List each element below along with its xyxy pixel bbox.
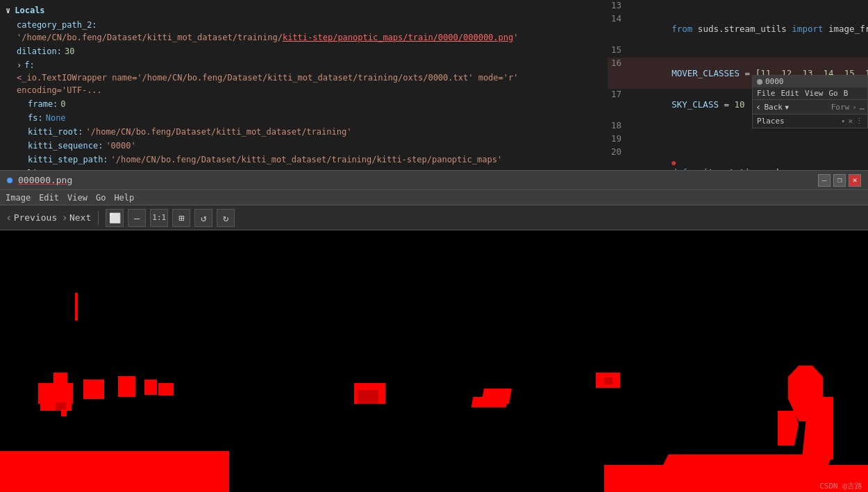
places-label: Places [757,117,838,126]
debug-row-dilation: dilation: 30 [6,44,602,58]
debug-row-kitti-root: kitti_root: '/home/CN/bo.feng/Dataset/ki… [6,125,602,139]
prev-label: Previous [14,212,58,223]
line-num-20: 20 [610,146,630,157]
file-popup: 0000 File Edit View Go B ‹ Back ▾ Forw ›… [752,75,868,128]
key-dilation: dilation: [17,45,62,58]
key-kitti-root: kitti_root: [28,126,83,138]
fwd-label: Forw [831,103,850,112]
file-popup-titlebar: 0000 [753,76,867,87]
key-frame: frame: [28,98,58,110]
menu-file[interactable]: File [757,89,776,98]
line-num-15: 15 [610,44,630,55]
red-shape-center-2 [358,390,378,404]
viewer-maximize-btn[interactable]: ❒ [833,174,846,187]
prev-btn[interactable]: ‹ Previous [6,211,57,224]
viewer-titlebar: 000000.png — ❒ ✕ [0,171,868,190]
red-shape-small-1 [61,409,67,416]
nav-left-arrow: ‹ [756,101,761,112]
line-num-18: 18 [610,120,630,130]
fit-page-icon: ⬜ [109,212,121,223]
code-content-14: from suds.stream_utils import image_from… [630,13,868,44]
rotate-ccw-btn[interactable]: ↺ [194,209,212,227]
debug-row-f: › f: <_io.TextIOWrapper name='/home/CN/b… [6,58,602,97]
fit-page-btn[interactable]: ⬜ [106,209,124,227]
key-fs: fs: [28,112,43,124]
rotate-cw-btn[interactable]: ↻ [217,209,235,227]
viewer-minimize-btn[interactable]: — [818,174,831,187]
code-line-19: 19 [608,133,868,146]
red-shape-6 [144,380,157,395]
maximize-icon: ❒ [837,176,842,185]
nav-fwd-btn[interactable]: Forw [831,103,850,112]
nav-fwd-dots: … [860,102,865,112]
next-label: Next [69,212,91,223]
red-shape-bottom-right-2 [660,455,833,472]
red-shape-top-bar [75,293,78,321]
watermark: CSDN @古路 [819,481,862,491]
back-label: Back [764,103,783,112]
menu-go[interactable]: Go [829,89,838,98]
val-f: <_io.TextIOWrapper name='/home/CN/bo.fen… [17,71,591,96]
menu-edit-viewer[interactable]: Edit [39,193,59,203]
line-num-17: 17 [610,89,630,99]
viewer-close-btn[interactable]: ✕ [849,174,861,187]
red-shape-2 [53,373,67,383]
expand-arrow[interactable]: ∨ [6,4,10,17]
val-dilation: 30 [65,45,74,58]
red-shape-fr-small [604,378,612,384]
rotate-cw-icon: ↻ [223,212,228,223]
debug-panel: ∨ Locals category_path_2: '/home/CN/bo.f… [0,0,608,170]
places-row: Places ▾ ✕ ⋮ [753,114,867,128]
red-shape-7 [158,383,174,396]
code-line-20: 20 ● def write_static_masks [608,146,868,170]
code-line-14: 14 from suds.stream_utils import image_f… [608,13,868,44]
nav-back-dropdown[interactable]: ▾ [784,101,790,112]
red-shape-rc-2 [471,397,508,407]
menu-image[interactable]: Image [6,193,31,203]
places-close-btn[interactable]: ✕ [848,117,853,126]
val-kitti-step: '/home/CN/bo.feng/Dataset/kitti_mot_data… [111,153,503,166]
code-line-13: 13 [608,0,868,13]
zoom-orig-btn[interactable]: 1:1 [150,209,168,227]
code-content-20: ● def write_static_masks [630,146,787,170]
val-frame: 0 [60,98,65,110]
menu-help[interactable]: Help [114,193,134,203]
next-btn[interactable]: › Next [61,211,91,224]
menu-view-viewer[interactable]: View [67,193,87,203]
debug-row-category-path: category_path_2: '/home/CN/bo.feng/Datas… [6,18,602,44]
nav-right-extra: › [852,103,857,112]
zoom-out-icon: — [134,212,140,223]
zoom-out-btn[interactable]: — [128,209,146,227]
rotate-ccw-icon: ↺ [201,212,206,223]
locals-section: ∨ Locals category_path_2: '/home/CN/bo.f… [0,0,608,170]
red-shape-person-2 [778,411,799,446]
key-f: f: [24,59,34,71]
nav-back-btn[interactable]: Back ▾ [764,101,790,112]
menu-b[interactable]: B [844,89,849,98]
key-kitti-step: kitti_step_path: [28,153,108,166]
locals-label: Locals [15,4,44,17]
key-kitti-seq: kitti_sequence: [28,139,103,152]
next-arrow-icon: › [61,211,68,224]
debug-row-kitti-seq: kitti_sequence: '0000' [6,139,602,153]
code-content-17: SKY_CLASS = 10 [630,89,745,120]
red-shape-4 [83,380,104,399]
menu-view[interactable]: View [805,89,824,98]
places-dropdown-arrow[interactable]: ▾ [841,117,845,125]
line-num-19: 19 [610,133,630,144]
viewer-canvas: CSDN @古路 [0,230,868,492]
red-shape-5 [118,376,135,397]
val-kitti-seq: '0000' [106,139,135,152]
menu-go-viewer[interactable]: Go [96,193,106,203]
close-icon: ✕ [853,176,858,185]
viewer-dot [7,178,12,183]
viewer-menubar: Image Edit View Go Help [0,190,868,205]
file-popup-title-label: 0000 [765,77,784,86]
line-num-14: 14 [610,13,630,24]
expand-f-arrow[interactable]: › [17,59,22,71]
toolbar-separator-1 [98,211,99,225]
menu-edit[interactable]: Edit [781,89,800,98]
val-kitti-root: '/home/CN/bo.feng/Dataset/kitti_mot_data… [85,126,351,138]
zoom-fit-btn[interactable]: ⊞ [172,209,190,227]
locals-header: ∨ Locals [6,3,602,18]
